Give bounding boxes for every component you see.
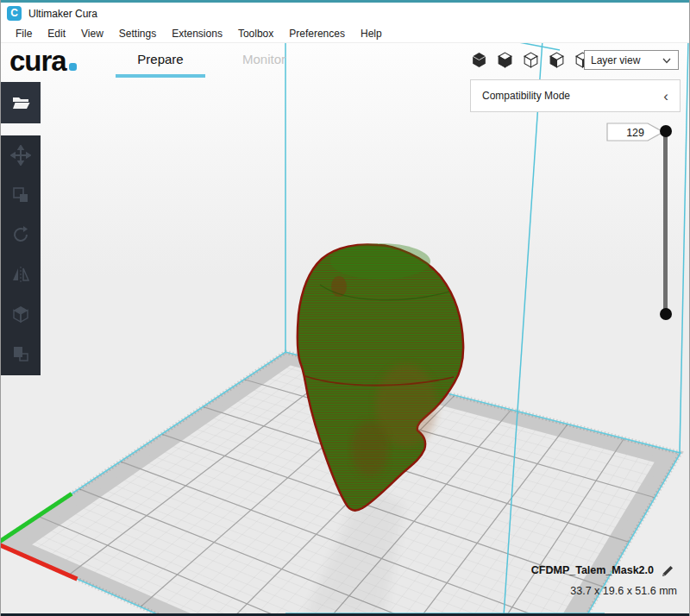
view-3d-icon[interactable]	[470, 51, 488, 69]
menu-bar: File Edit View Settings Extensions Toolb…	[1, 24, 689, 43]
tool-panel	[1, 135, 41, 375]
compatibility-mode-panel: Compatibility Mode ‹	[470, 79, 681, 112]
tab-prepare-underline	[116, 74, 205, 78]
menu-settings[interactable]: Settings	[111, 26, 164, 41]
menu-toolbox[interactable]: Toolbox	[230, 26, 281, 41]
window-top-edge	[1, 0, 689, 3]
view-mode-dropdown[interactable]: Layer view	[584, 50, 679, 70]
view-front-icon[interactable]	[496, 51, 514, 69]
menu-view[interactable]: View	[73, 26, 111, 41]
layer-value-tag: 129	[605, 122, 668, 142]
model-blotch	[351, 421, 389, 476]
tab-prepare[interactable]: Prepare	[109, 52, 212, 66]
open-file-button[interactable]	[1, 82, 41, 123]
view-top-icon[interactable]	[522, 51, 540, 69]
camera-view-toolbar	[470, 51, 592, 69]
menu-preferences[interactable]: Preferences	[281, 26, 353, 41]
chevron-left-icon[interactable]: ‹	[663, 89, 668, 104]
menu-file[interactable]: File	[8, 26, 40, 41]
layer-slider-handle-top[interactable]	[660, 125, 672, 137]
tool-rotate[interactable]	[1, 215, 41, 255]
menu-help[interactable]: Help	[353, 26, 390, 41]
layer-slider-track[interactable]	[663, 131, 668, 314]
menu-edit[interactable]: Edit	[40, 26, 73, 41]
model-dome-highlight	[330, 243, 430, 280]
cura-app-window: C Ultimaker Cura File Edit View Settings…	[0, 0, 690, 616]
cura-logo: cura	[9, 45, 77, 78]
tool-support-blocker[interactable]	[1, 334, 41, 374]
cura-logo-dot	[69, 63, 77, 71]
window-title: Ultimaker Cura	[28, 8, 97, 20]
tool-mirror[interactable]	[1, 255, 41, 294]
tool-per-model-settings[interactable]	[1, 294, 41, 334]
model-dimensions: 33.7 x 19.6 x 51.6 mm	[570, 585, 677, 597]
layer-slider-handle-bottom[interactable]	[660, 308, 672, 320]
tool-scale[interactable]	[1, 175, 41, 215]
compatibility-mode-label: Compatibility Mode	[482, 90, 570, 102]
layer-value: 129	[626, 127, 644, 139]
tool-move[interactable]	[1, 135, 41, 175]
model-name: CFDMP_Talem_Mask2.0	[531, 564, 654, 576]
menu-extensions[interactable]: Extensions	[164, 26, 230, 41]
view-left-icon[interactable]	[548, 51, 566, 69]
chevron-down-icon	[662, 55, 672, 66]
title-bar: C Ultimaker Cura	[1, 3, 689, 24]
tab-monitor[interactable]: Monitor	[212, 52, 316, 66]
cura-app-icon: C	[7, 6, 22, 21]
view-mode-value: Layer view	[591, 54, 640, 66]
edit-name-pencil-icon[interactable]	[660, 563, 675, 579]
open-folder-icon	[9, 91, 32, 114]
